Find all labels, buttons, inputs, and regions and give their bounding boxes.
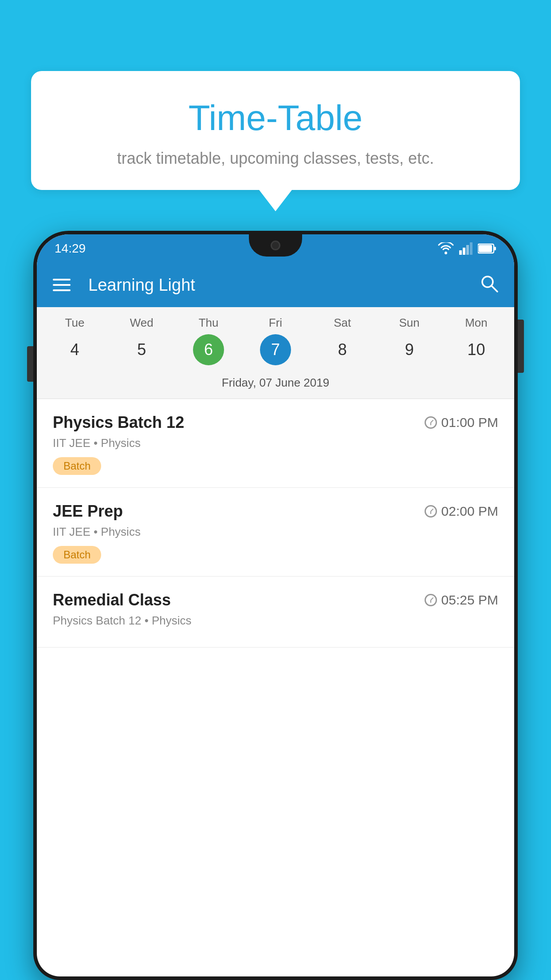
svg-rect-6	[494, 247, 496, 250]
tooltip-card: Time-Table track timetable, upcoming cla…	[31, 71, 520, 190]
battery-icon	[478, 243, 496, 254]
status-time: 14:29	[55, 241, 86, 256]
svg-line-9	[492, 286, 497, 292]
day-numbers-row: 4 5 6 7 8 9 10	[37, 334, 514, 372]
svg-point-0	[445, 252, 447, 254]
schedule-item-1-time: 01:00 PM	[425, 415, 498, 430]
schedule-item-3-sub: Physics Batch 12 • Physics	[53, 614, 498, 628]
camera-dot	[271, 241, 280, 250]
batch-badge-2: Batch	[53, 546, 101, 564]
day-9[interactable]: 9	[376, 334, 443, 365]
schedule-item-3[interactable]: Remedial Class 05:25 PM Physics Batch 12…	[37, 577, 514, 648]
svg-rect-7	[479, 245, 492, 252]
clock-icon-2	[425, 505, 437, 518]
schedule-item-1-title: Physics Batch 12	[53, 413, 184, 432]
tooltip-title: Time-Table	[53, 98, 498, 138]
schedule-item-3-time: 05:25 PM	[425, 593, 498, 608]
app-bar: Learning Light	[37, 263, 514, 307]
tooltip-subtitle: track timetable, upcoming classes, tests…	[53, 149, 498, 168]
calendar-week: Tue Wed Thu Fri Sat Sun Mon 4 5 6 7 8 9 …	[37, 307, 514, 399]
schedule-item-1-sub: IIT JEE • Physics	[53, 436, 498, 450]
svg-rect-3	[466, 245, 469, 255]
batch-badge-1: Batch	[53, 457, 101, 475]
day-5[interactable]: 5	[108, 334, 175, 365]
day-name-tue: Tue	[41, 316, 108, 330]
status-icons	[438, 242, 496, 255]
svg-rect-4	[470, 242, 472, 255]
schedule-item-2-header: JEE Prep 02:00 PM	[53, 502, 498, 521]
clock-icon-3	[425, 594, 437, 606]
signal-icon	[459, 242, 472, 255]
wifi-icon	[438, 242, 454, 255]
schedule-item-2-time: 02:00 PM	[425, 504, 498, 519]
app-title: Learning Light	[88, 276, 462, 295]
schedule-item-1[interactable]: Physics Batch 12 01:00 PM IIT JEE • Phys…	[37, 399, 514, 488]
schedule-item-3-header: Remedial Class 05:25 PM	[53, 591, 498, 609]
hamburger-menu-icon[interactable]	[53, 279, 71, 291]
day-4[interactable]: 4	[41, 334, 108, 365]
calendar-date-label: Friday, 07 June 2019	[37, 372, 514, 399]
day-name-mon: Mon	[443, 316, 510, 330]
search-button[interactable]	[480, 274, 498, 296]
day-6-today[interactable]: 6	[193, 334, 224, 365]
svg-rect-2	[463, 248, 465, 255]
day-7-selected[interactable]: 7	[260, 334, 291, 365]
day-name-sat: Sat	[309, 316, 376, 330]
day-name-fri: Fri	[242, 316, 309, 330]
notch	[249, 234, 302, 257]
schedule-item-2-title: JEE Prep	[53, 502, 123, 521]
schedule-item-1-header: Physics Batch 12 01:00 PM	[53, 413, 498, 432]
day-name-sun: Sun	[376, 316, 443, 330]
status-bar: 14:29	[37, 234, 514, 263]
clock-icon-1	[425, 416, 437, 429]
schedule-list: Physics Batch 12 01:00 PM IIT JEE • Phys…	[37, 399, 514, 648]
day-10[interactable]: 10	[443, 334, 510, 365]
svg-rect-1	[459, 250, 462, 255]
day-8[interactable]: 8	[309, 334, 376, 365]
schedule-item-2-sub: IIT JEE • Physics	[53, 525, 498, 539]
phone-inner: 14:29	[37, 234, 514, 976]
schedule-item-3-title: Remedial Class	[53, 591, 171, 609]
schedule-item-2[interactable]: JEE Prep 02:00 PM IIT JEE • Physics Batc…	[37, 488, 514, 577]
day-name-wed: Wed	[108, 316, 175, 330]
day-name-thu: Thu	[175, 316, 242, 330]
day-names-row: Tue Wed Thu Fri Sat Sun Mon	[37, 316, 514, 330]
phone-shell: 14:29	[33, 231, 518, 980]
